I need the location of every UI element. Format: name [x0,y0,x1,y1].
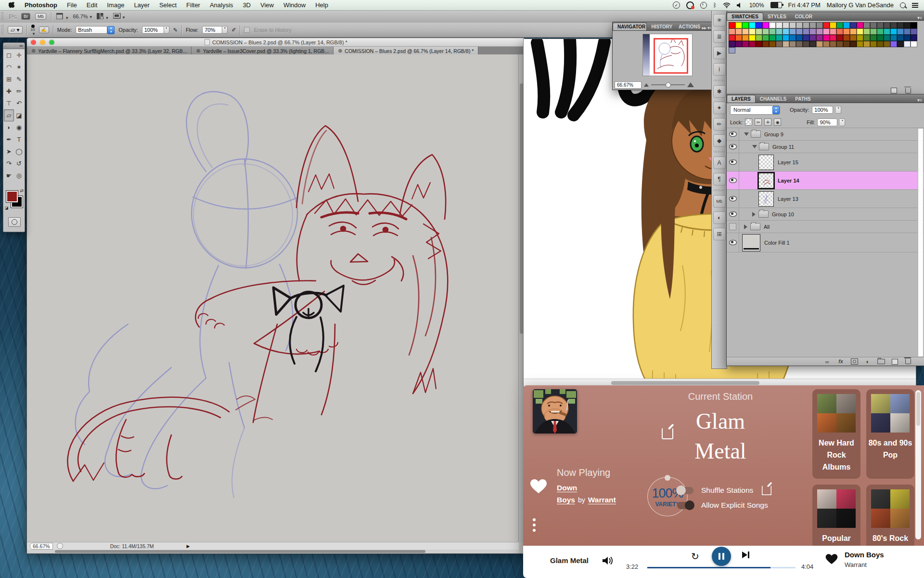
pen-tool[interactable]: ✒ [4,133,14,145]
layer-row-layer-15[interactable]: Layer 15 [727,153,924,171]
menu-item-photoshop[interactable]: Photoshop [20,0,62,10]
color-swatch[interactable] [809,22,816,28]
variety-dial[interactable]: 100% VARIETY [647,477,688,516]
visibility-cell[interactable] [727,171,739,189]
bridge-button[interactable]: Br [21,13,30,20]
mode-select[interactable]: Brush [76,26,107,34]
hand-tool[interactable]: ☛ [4,170,14,182]
document-tab[interactable]: ⊗COMISSION – Blues 2.psd @ 66.7% (Layer … [334,47,478,55]
color-swatch[interactable] [789,41,796,47]
color-swatch[interactable] [884,28,890,35]
color-swatch[interactable] [735,22,742,28]
layers-tab-paths[interactable]: PATHS [791,95,815,103]
navigator-view-box[interactable] [654,38,688,74]
color-swatch[interactable] [823,28,830,35]
toggle-brush-panel-button[interactable]: ✍ [39,26,49,33]
layer-thumbnail[interactable] [758,155,774,170]
color-swatch[interactable] [836,41,843,47]
color-swatch[interactable] [729,28,735,35]
color-swatch[interactable] [904,41,911,47]
color-swatch[interactable] [742,41,749,47]
color-swatch[interactable] [863,35,870,41]
station-album-art[interactable] [533,389,577,434]
apple-menu-icon[interactable] [9,1,15,10]
new-layer-icon[interactable] [891,359,898,365]
checkmark-status-icon[interactable]: ✓ [673,1,680,9]
color-swatch[interactable] [776,28,783,35]
user-name[interactable]: Mallory G Van DeSande [827,1,894,9]
more-options-icon[interactable] [533,518,536,532]
orbit-3d-tool[interactable]: ↺ [14,158,24,170]
layer-row-group-9[interactable]: Group 9 [727,128,924,141]
color-swatch[interactable] [823,41,830,47]
color-swatch[interactable] [769,22,776,28]
eye-icon[interactable] [729,240,737,245]
lock-all-icon[interactable]: ◉ [774,118,781,126]
color-swatch[interactable] [803,35,809,41]
menu-item-image[interactable]: Image [102,0,129,10]
color-swatch[interactable] [762,41,769,47]
layers-panel-menu-icon[interactable]: ▾≡ [917,98,924,103]
spotlight-icon[interactable] [900,2,906,8]
new-swatch-button[interactable] [890,88,898,93]
color-swatch[interactable] [904,22,911,28]
color-swatch[interactable] [857,22,863,28]
adjustments-icon[interactable]: ◐ [713,211,726,224]
color-swatch[interactable] [729,47,735,53]
pause-button[interactable] [712,547,731,566]
expanded-triangle-icon[interactable] [752,145,757,148]
layer-thumbnail[interactable] [742,234,760,251]
visibility-cell[interactable] [727,190,739,208]
status-flyout-arrow[interactable]: ▶ [186,544,190,549]
swatches-wheel-icon[interactable]: ✳ [713,14,726,26]
color-swatch[interactable] [890,35,897,41]
color-swatch[interactable] [756,22,762,28]
color-swatch[interactable] [783,28,789,35]
swatches-tab-styles[interactable]: STYLES [763,13,791,20]
color-swatch[interactable] [904,35,911,41]
swatches-tab-color[interactable]: COLOR [791,13,817,20]
color-swatch[interactable] [816,28,823,35]
quick-mask-button[interactable] [8,217,21,227]
color-swatch[interactable] [843,28,850,35]
station-tile[interactable]: Popular Rock Hits [812,485,860,546]
color-swatch[interactable] [911,22,917,28]
color-swatch[interactable] [776,35,783,41]
color-swatch[interactable] [729,41,735,47]
layer-thumbnail[interactable] [758,191,774,207]
menu-clock[interactable]: Fri 4:47 PM [788,1,821,9]
color-swatch[interactable] [742,28,749,35]
color-swatch[interactable] [756,28,762,35]
progress-bar[interactable] [647,567,796,568]
layers-scrollbar[interactable] [918,128,924,357]
flow-field[interactable]: 70% [202,26,222,34]
color-swatch[interactable] [809,41,816,47]
layers-tab-layers[interactable]: LAYERS [727,95,756,103]
navigator-tab-history[interactable]: HISTORY [647,23,674,30]
station-tile[interactable]: New Hard Rock Albums [812,389,860,479]
zoom-level-dropdown[interactable]: 66.7% [73,13,92,19]
color-swatch[interactable] [762,28,769,35]
swatches-tab-swatches[interactable]: SWATCHES [727,13,763,20]
mini-bridge-button[interactable]: Mb [35,13,46,20]
navigator-thumbnail[interactable] [642,34,693,76]
move-tool[interactable]: ✛ [14,49,24,61]
color-swatch[interactable] [823,35,830,41]
color-swatch[interactable] [897,28,904,35]
color-swatch[interactable] [884,41,890,47]
color-swatch[interactable] [911,28,917,35]
color-swatch[interactable] [796,28,803,35]
mode-stepper[interactable]: ▲▼ [107,26,115,34]
color-swatch[interactable] [877,41,884,47]
color-swatch[interactable] [756,35,762,41]
delete-layer-icon[interactable] [904,359,912,365]
eye-icon[interactable] [729,144,737,149]
color-swatch[interactable] [816,35,823,41]
color-swatch[interactable] [863,22,870,28]
color-swatch[interactable] [742,22,749,28]
brush-tip-icon[interactable]: ✱ [713,85,726,98]
navigator-zoom-field[interactable]: 66.67% [615,81,642,89]
status-zoom-field[interactable]: 66.67% [30,543,53,550]
eye-icon[interactable] [729,131,737,137]
layer-row-group-10[interactable]: Group 10 [727,208,924,221]
